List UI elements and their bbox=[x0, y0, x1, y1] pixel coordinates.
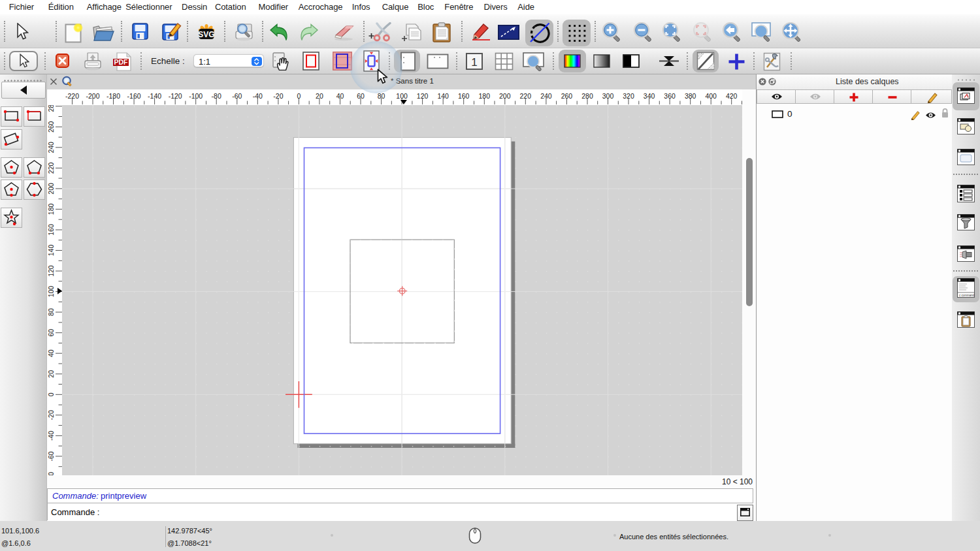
svg-text:160: 160 bbox=[47, 224, 55, 236]
svg-text:-60: -60 bbox=[47, 451, 55, 461]
svg-text:40: 40 bbox=[47, 349, 55, 357]
svg-text:180: 180 bbox=[479, 92, 491, 100]
svg-text:-140: -140 bbox=[148, 92, 161, 100]
svg-text:140: 140 bbox=[437, 92, 449, 100]
svg-text:0: 0 bbox=[47, 392, 55, 396]
svg-text:-220: -220 bbox=[65, 92, 79, 100]
svg-text:c command: c command bbox=[959, 294, 975, 297]
svg-text:-40: -40 bbox=[253, 92, 263, 100]
svg-text:320: 320 bbox=[623, 92, 634, 100]
svg-text:1: 1 bbox=[471, 56, 477, 69]
svg-text:120: 120 bbox=[417, 92, 429, 100]
svg-text:-100: -100 bbox=[189, 92, 203, 100]
svg-text:20: 20 bbox=[316, 92, 323, 100]
svg-text:200: 200 bbox=[499, 92, 511, 100]
svg-text:-160: -160 bbox=[127, 92, 141, 100]
svg-text:200: 200 bbox=[47, 183, 55, 195]
svg-text:-20: -20 bbox=[273, 92, 283, 100]
svg-text:-40: -40 bbox=[47, 431, 55, 441]
svg-text:280: 280 bbox=[581, 92, 593, 100]
svg-text:220: 220 bbox=[520, 92, 532, 100]
svg-text:20: 20 bbox=[47, 370, 55, 378]
svg-text:SVG: SVG bbox=[198, 30, 214, 39]
svg-text:60: 60 bbox=[357, 92, 365, 100]
svg-text:60: 60 bbox=[47, 329, 55, 337]
svg-text:140: 140 bbox=[47, 245, 55, 257]
svg-text:-200: -200 bbox=[86, 92, 99, 100]
svg-text:-180: -180 bbox=[106, 92, 120, 100]
svg-text:0: 0 bbox=[297, 92, 301, 100]
svg-text:-80: -80 bbox=[212, 92, 221, 100]
svg-text:-120: -120 bbox=[169, 92, 182, 100]
svg-text:240: 240 bbox=[47, 142, 55, 153]
svg-text:300: 300 bbox=[602, 92, 614, 100]
svg-text:340: 340 bbox=[644, 92, 655, 100]
svg-text:120: 120 bbox=[47, 265, 55, 277]
svg-text:360: 360 bbox=[664, 92, 676, 100]
svg-text:80: 80 bbox=[47, 308, 55, 316]
svg-text:160: 160 bbox=[458, 92, 470, 100]
svg-text:420: 420 bbox=[726, 92, 738, 100]
svg-text:100: 100 bbox=[47, 286, 55, 298]
svg-text:260: 260 bbox=[561, 92, 573, 100]
svg-text:-20: -20 bbox=[47, 410, 55, 420]
svg-text:400: 400 bbox=[705, 92, 717, 100]
svg-text:280: 280 bbox=[47, 105, 55, 112]
svg-text:-60: -60 bbox=[232, 92, 242, 100]
svg-text:380: 380 bbox=[685, 92, 696, 100]
svg-text:240: 240 bbox=[540, 92, 552, 100]
svg-text:220: 220 bbox=[47, 162, 55, 174]
svg-text:180: 180 bbox=[47, 203, 55, 215]
svg-text:260: 260 bbox=[47, 121, 55, 133]
svg-text:100: 100 bbox=[396, 92, 408, 100]
svg-text:PDF: PDF bbox=[114, 58, 129, 66]
svg-text:40: 40 bbox=[336, 92, 344, 100]
